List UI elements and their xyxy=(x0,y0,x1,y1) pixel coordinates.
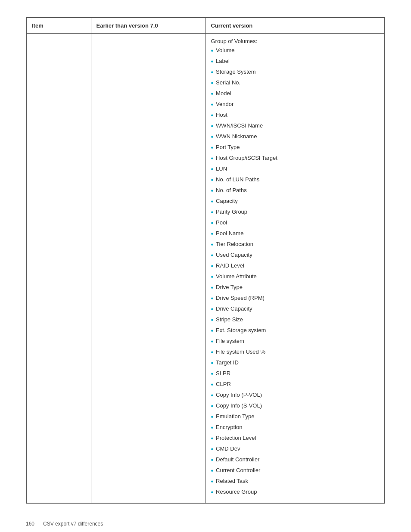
list-item-label: WWN Nickname xyxy=(216,132,257,141)
list-item-label: Label xyxy=(216,57,230,65)
list-item-label: Volume xyxy=(216,46,234,55)
bullet-icon: • xyxy=(211,412,213,422)
list-item-label: Related Task xyxy=(216,477,248,485)
list-item: •Host xyxy=(211,111,379,121)
list-item: •Parity Group xyxy=(211,208,379,218)
list-item-label: Stripe Size xyxy=(216,315,243,324)
bullet-icon: • xyxy=(211,358,213,368)
list-item: •Default Controller xyxy=(211,455,379,465)
list-item: •Protection Level xyxy=(211,434,379,444)
list-item: •Port Type xyxy=(211,143,379,153)
list-item-label: Drive Capacity xyxy=(216,305,252,313)
page-container: Item Earlier than version 7.0 Current ve… xyxy=(0,0,411,532)
list-item-label: Pool Name xyxy=(216,229,243,238)
bullet-icon: • xyxy=(211,218,213,228)
list-item: •WWN Nickname xyxy=(211,132,379,142)
list-item-label: WWN/iSCSI Name xyxy=(216,121,263,130)
list-item-label: Target ID xyxy=(216,358,239,367)
list-item-label: Ext. Storage system xyxy=(216,326,266,335)
list-item: •Drive Type xyxy=(211,283,379,293)
list-item-label: Host Group/iSCSI Target xyxy=(216,154,277,162)
bullet-icon: • xyxy=(211,250,213,261)
list-item-label: No. of LUN Paths xyxy=(216,175,259,184)
list-item: •Model xyxy=(211,89,379,99)
footer: 160 CSV export v7 differences xyxy=(26,521,385,527)
list-item-label: Encryption xyxy=(216,423,242,432)
bullet-icon: • xyxy=(211,369,213,379)
item-cell: – xyxy=(27,34,91,503)
list-item-label: Port Type xyxy=(216,143,240,152)
list-item: •Volume Attribute xyxy=(211,272,379,282)
list-item-label: Default Controller xyxy=(216,455,259,464)
list-item: •Storage System xyxy=(211,68,379,78)
list-item: •Ext. Storage system xyxy=(211,326,379,336)
list-item: •No. of LUN Paths xyxy=(211,175,379,185)
bullet-icon: • xyxy=(211,153,213,164)
list-item-label: Current Controller xyxy=(216,466,260,475)
list-item: •Pool xyxy=(211,218,379,228)
main-table-wrapper: Item Earlier than version 7.0 Current ve… xyxy=(26,17,385,504)
list-item: •LUN xyxy=(211,165,379,174)
list-item-label: Volume Attribute xyxy=(216,272,257,281)
bullet-list: •Volume•Label•Storage System•Serial No.•… xyxy=(211,46,379,498)
list-item: •Vendor xyxy=(211,100,379,110)
list-item-label: File system xyxy=(216,337,244,345)
bullet-icon: • xyxy=(211,487,213,498)
list-item: •Capacity xyxy=(211,197,379,207)
list-item-label: Serial No. xyxy=(216,78,240,87)
bullet-icon: • xyxy=(211,466,213,476)
list-item-label: Drive Speed (RPM) xyxy=(216,294,265,302)
list-item: •Used Capacity xyxy=(211,251,379,261)
list-item-label: Used Capacity xyxy=(216,251,252,259)
bullet-icon: • xyxy=(211,186,213,196)
bullet-icon: • xyxy=(211,143,213,153)
bullet-icon: • xyxy=(211,240,213,250)
list-item: •WWN/iSCSI Name xyxy=(211,121,379,131)
table-row: – – Group of Volumes: •Volume•Label•Stor… xyxy=(27,34,385,503)
list-item: •Pool Name xyxy=(211,229,379,239)
bullet-icon: • xyxy=(211,347,213,358)
list-item: •Current Controller xyxy=(211,466,379,476)
bullet-icon: • xyxy=(211,293,213,304)
current-cell: Group of Volumes: •Volume•Label•Storage … xyxy=(206,34,385,503)
footer-title: CSV export v7 differences xyxy=(43,521,103,527)
bullet-icon: • xyxy=(211,326,213,336)
list-item: •Copy Info (P-VOL) xyxy=(211,391,379,401)
bullet-icon: • xyxy=(211,283,213,293)
bullet-icon: • xyxy=(211,100,213,110)
bullet-icon: • xyxy=(211,423,213,433)
bullet-icon: • xyxy=(211,89,213,99)
list-item-label: Resource Group xyxy=(216,488,257,496)
list-item-label: Copy Info (P-VOL) xyxy=(216,391,262,399)
list-item: •Label xyxy=(211,57,379,67)
list-item-label: SLPR xyxy=(216,369,230,378)
bullet-icon: • xyxy=(211,229,213,239)
list-item: •Target ID xyxy=(211,358,379,368)
bullet-icon: • xyxy=(211,476,213,487)
list-item-label: Capacity xyxy=(216,197,238,205)
list-item: •File system Used % xyxy=(211,348,379,358)
list-item: •Serial No. xyxy=(211,78,379,88)
table-header-row: Item Earlier than version 7.0 Current ve… xyxy=(27,18,385,34)
list-item-label: Model xyxy=(216,89,231,98)
bullet-icon: • xyxy=(211,78,213,88)
bullet-icon: • xyxy=(211,444,213,454)
group-label: Group of Volumes: xyxy=(211,38,379,44)
list-item: •SLPR xyxy=(211,369,379,379)
bullet-icon: • xyxy=(211,455,213,465)
list-item: •File system xyxy=(211,337,379,347)
header-item: Item xyxy=(27,18,91,34)
list-item: •RAID Level xyxy=(211,261,379,271)
list-item: •CMD Dev xyxy=(211,445,379,454)
bullet-icon: • xyxy=(211,207,213,218)
list-item-label: CLPR xyxy=(216,380,231,389)
list-item-label: Copy Info (S-VOL) xyxy=(216,401,262,410)
list-item: •Drive Capacity xyxy=(211,305,379,314)
bullet-icon: • xyxy=(211,315,213,325)
list-item-label: Parity Group xyxy=(216,208,247,216)
list-item-label: Drive Type xyxy=(216,283,243,292)
bullet-icon: • xyxy=(211,390,213,401)
list-item-label: RAID Level xyxy=(216,261,244,270)
list-item-label: CMD Dev xyxy=(216,445,240,453)
bullet-icon: • xyxy=(211,304,213,314)
